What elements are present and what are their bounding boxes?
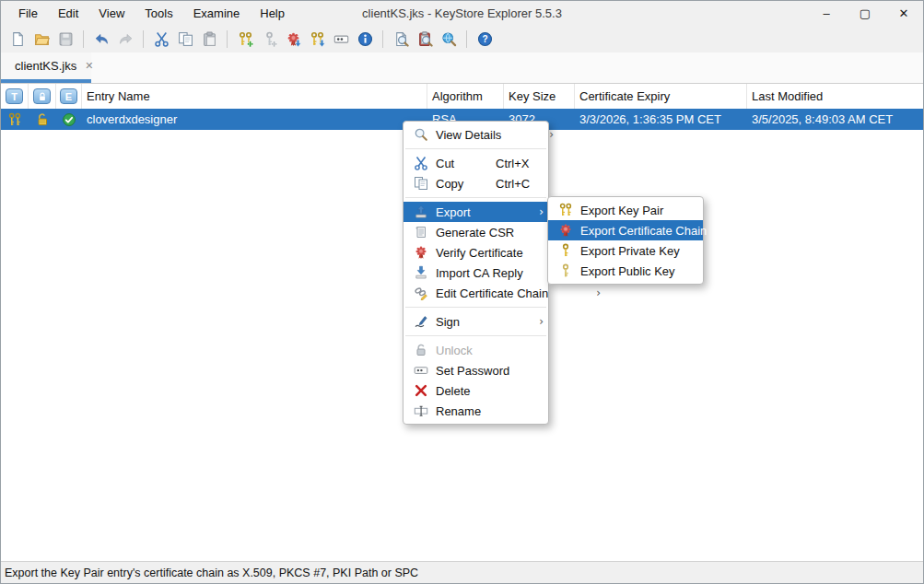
examine-clipboard-icon [417, 31, 433, 47]
menu-item-view-details[interactable]: View Details › [404, 124, 548, 145]
help-button[interactable] [473, 28, 497, 51]
redo-button [113, 28, 137, 51]
toolbar-separator [382, 30, 383, 48]
entry-expiry-cell [56, 109, 82, 130]
entry-lock-cell [29, 109, 56, 130]
menu-view[interactable]: View [88, 1, 135, 26]
toolbar-separator [83, 30, 84, 48]
submenu-item-export-key-pair[interactable]: Export Key Pair [548, 200, 703, 220]
set-password-button[interactable] [329, 28, 353, 51]
submenu-item-export-private-key[interactable]: Export Private Key [548, 240, 703, 261]
new-keystore-button[interactable] [6, 28, 29, 51]
open-folder-icon [34, 31, 50, 47]
menu-tools[interactable]: Tools [135, 1, 182, 26]
tab-strip: clientKS.jks ✕ [1, 53, 923, 84]
menu-item-set-password[interactable]: Set Password [404, 360, 548, 380]
properties-button[interactable] [353, 28, 377, 51]
column-lock-status[interactable] [29, 84, 56, 109]
menu-item-delete[interactable]: Delete [404, 380, 548, 401]
examine-clipboard-button[interactable] [413, 28, 437, 51]
shortcut-label: Ctrl+C [496, 177, 534, 191]
scissors-icon [413, 156, 428, 171]
last-modified-cell: 3/5/2025, 8:49:03 AM CET [747, 109, 923, 130]
column-expiry-status[interactable]: E [56, 84, 82, 109]
submenu-arrow-icon: › [596, 286, 601, 299]
copy-icon [178, 31, 193, 47]
submenu-arrow-icon: › [534, 205, 544, 218]
menu-item-sign[interactable]: Sign › [404, 311, 548, 332]
menu-help[interactable]: Help [250, 1, 295, 26]
entry-context-menu: View Details › Cut Ctrl+X Copy Ctrl+C Ex… [403, 121, 549, 425]
key-pair-icon [7, 112, 22, 127]
copy-icon [413, 176, 428, 192]
redo-arrow-icon [118, 31, 134, 47]
menu-item-import-ca-reply[interactable]: Import CA Reply › [404, 263, 548, 283]
certificate-seal-icon [413, 245, 428, 261]
status-text: Export the Key Pair entry's certificate … [5, 566, 418, 579]
entry-name-cell: cloverdxdesigner [82, 109, 427, 130]
column-algorithm[interactable]: Algorithm [427, 84, 504, 109]
open-keystore-button[interactable] [29, 28, 53, 51]
undo-button[interactable] [89, 28, 113, 51]
menu-item-copy[interactable]: Copy Ctrl+C [404, 173, 548, 193]
expiry-column-icon: E [60, 88, 77, 104]
submenu-item-export-certificate-chain[interactable]: Export Certificate Chain [548, 220, 703, 240]
menu-item-generate-csr[interactable]: Generate CSR [404, 222, 548, 242]
submenu-item-export-public-key[interactable]: Export Public Key [548, 261, 703, 281]
padlock-icon [413, 343, 428, 358]
column-certificate-expiry[interactable]: Certificate Expiry [575, 84, 747, 109]
tab-label: clientKS.jks [15, 59, 76, 73]
menu-item-export[interactable]: Export › [404, 202, 548, 222]
menu-item-rename[interactable]: Rename [404, 401, 548, 421]
export-submenu: Export Key Pair Export Certificate Chain… [547, 196, 704, 285]
save-keystore-button [53, 28, 77, 51]
entry-type-cell [1, 109, 29, 130]
csr-document-icon [413, 225, 428, 240]
menu-separator [405, 307, 546, 308]
column-type[interactable]: T [1, 84, 29, 109]
menu-item-edit-certificate-chain[interactable]: Edit Certificate Chain › [404, 283, 548, 303]
valid-check-icon [62, 112, 76, 127]
type-column-icon: T [6, 88, 23, 104]
window-controls: – ▢ ✕ [807, 1, 923, 26]
copy-button[interactable] [173, 28, 197, 51]
column-key-size[interactable]: Key Size [504, 84, 575, 109]
menu-file[interactable]: File [8, 1, 48, 26]
secret-key-plus-icon [262, 31, 277, 47]
toolbar-separator [143, 30, 144, 48]
generate-key-pair-button[interactable] [233, 28, 257, 51]
key-pair-plus-icon [238, 31, 253, 47]
import-trusted-certificate-button[interactable] [281, 28, 305, 51]
menu-separator [405, 197, 546, 198]
examine-ssl-button[interactable] [437, 28, 461, 51]
certificate-chain-icon [413, 286, 428, 301]
toolbar [1, 26, 923, 53]
lock-column-icon [33, 88, 51, 104]
menu-separator [405, 335, 546, 336]
cut-button[interactable] [149, 28, 173, 51]
paste-clipboard-icon [202, 31, 217, 47]
tab-clientks[interactable]: clientKS.jks ✕ [1, 53, 91, 83]
close-button[interactable]: ✕ [884, 1, 923, 26]
rename-cursor-icon [413, 403, 428, 419]
light-key-icon [557, 263, 573, 279]
menu-edit[interactable]: Edit [48, 1, 88, 26]
certificate-expiry-cell: 3/3/2026, 1:36:35 PM CET [575, 109, 747, 130]
column-last-modified[interactable]: Last Modified [747, 84, 923, 109]
key-pair-import-icon [310, 31, 325, 47]
help-icon [477, 31, 493, 47]
tab-close-icon[interactable]: ✕ [85, 61, 93, 71]
unlocked-padlock-icon [35, 112, 50, 127]
status-bar: Export the Key Pair entry's certificate … [1, 561, 923, 583]
shortcut-label: Ctrl+X [496, 157, 534, 170]
minimize-button[interactable]: – [807, 1, 846, 26]
column-entry-name[interactable]: Entry Name [82, 84, 427, 109]
import-key-pair-button[interactable] [305, 28, 329, 51]
maximize-button[interactable]: ▢ [846, 1, 884, 26]
export-icon [413, 204, 428, 220]
title-bar: clientKS.jks - KeyStore Explorer 5.5.3 F… [1, 1, 923, 26]
menu-item-cut[interactable]: Cut Ctrl+X [404, 153, 548, 173]
menu-examine[interactable]: Examine [183, 1, 251, 26]
examine-file-button[interactable] [389, 28, 413, 51]
menu-item-verify-certificate[interactable]: Verify Certificate [404, 242, 548, 263]
